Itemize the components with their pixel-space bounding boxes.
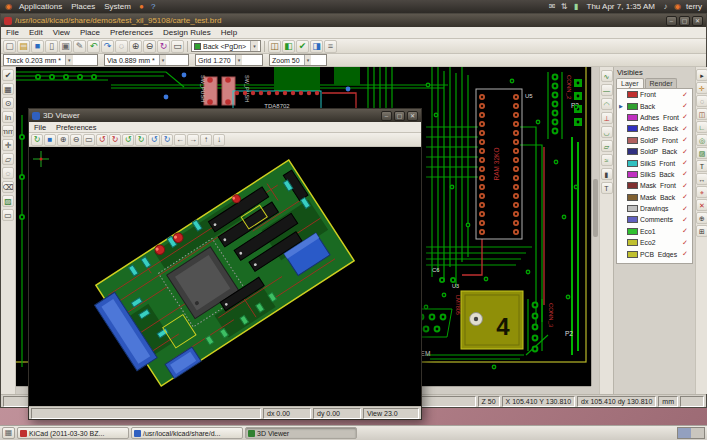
menu-item[interactable]: View — [48, 28, 75, 37]
zoom-out-icon[interactable]: ⊖ — [70, 134, 82, 146]
layer-color-swatch[interactable] — [627, 103, 638, 110]
zoom-in-icon[interactable]: ⊕ — [129, 40, 142, 53]
label-conn3[interactable]: CONN_3 — [548, 303, 554, 328]
panel-menu[interactable]: Applications — [15, 2, 66, 11]
plot-icon[interactable]: ✎ — [73, 40, 86, 53]
layer-row[interactable]: Drawings ✓ — [617, 203, 692, 214]
workspace-1[interactable] — [678, 428, 691, 438]
label-sw-push-1[interactable]: SW_PUSH — [200, 75, 206, 102]
label-regulator[interactable]: LM7805 — [455, 295, 461, 315]
network-icon[interactable]: ⇅ — [559, 0, 570, 13]
zone-display-icon[interactable]: ▨ — [2, 195, 14, 207]
session-user[interactable]: terry — [684, 2, 704, 11]
via-size-combo[interactable]: Via 0.889 mm * ▾ — [104, 54, 189, 66]
layer-visibility-checkbox[interactable]: ✓ — [682, 250, 690, 258]
layer-visibility-checkbox[interactable]: ✓ — [682, 148, 690, 156]
layer-color-swatch[interactable] — [627, 91, 638, 98]
highlight-net-icon[interactable]: ✛ — [696, 82, 707, 94]
footprint-editor-icon[interactable]: ◫ — [268, 40, 281, 53]
label-sw-push-2[interactable]: SW_PUSH — [244, 75, 250, 102]
rotate-z-right-icon[interactable]: ↻ — [161, 134, 173, 146]
close-button[interactable]: ✕ — [407, 111, 418, 121]
layer-pair-icon[interactable]: ◧ — [282, 40, 295, 53]
vscroll-thumb[interactable] — [593, 179, 598, 237]
layer-color-swatch[interactable] — [627, 228, 638, 235]
new-board-icon[interactable]: ▢ — [3, 40, 16, 53]
layer-color-swatch[interactable] — [627, 216, 638, 223]
menu-item[interactable]: Place — [75, 28, 105, 37]
mw-arc-icon[interactable]: ◡ — [601, 126, 613, 138]
distro-menu-icon[interactable]: ◉ — [3, 0, 14, 13]
layer-visibility-checkbox[interactable]: ✓ — [682, 125, 690, 133]
show-ratsnest-icon[interactable]: ◌ — [696, 95, 707, 107]
maximize-button[interactable]: ▢ — [679, 16, 690, 26]
tab-layer[interactable]: Layer — [616, 78, 644, 88]
polar-coords-icon[interactable]: ⊙ — [2, 97, 14, 109]
mail-icon[interactable]: ✉ — [547, 0, 558, 13]
firefox-icon[interactable]: ● — [136, 0, 147, 13]
battery-icon[interactable]: ▮ — [571, 0, 582, 13]
move-right-icon[interactable]: → — [187, 134, 199, 146]
mw-line-icon[interactable]: — — [601, 84, 613, 96]
layer-row[interactable]: ▶ Back ✓ — [617, 100, 692, 111]
menu-item[interactable]: Edit — [24, 28, 48, 37]
layer-color-swatch[interactable] — [627, 171, 638, 178]
zoom-combo[interactable]: Zoom 50 ▾ — [269, 54, 327, 66]
layer-row[interactable]: Front ✓ — [617, 89, 692, 100]
move-left-icon[interactable]: ← — [174, 134, 186, 146]
mw-poly-icon[interactable]: ▱ — [601, 140, 613, 152]
layer-color-swatch[interactable] — [627, 125, 638, 132]
layer-color-swatch[interactable] — [627, 160, 638, 167]
drc-check-icon[interactable]: ✔ — [296, 40, 309, 53]
rotate-y-right-icon[interactable]: ↻ — [135, 134, 147, 146]
layer-row[interactable]: Mask_Back ✓ — [617, 192, 692, 203]
select-tool-icon[interactable]: ▸ — [696, 69, 707, 81]
move-down-icon[interactable]: ↓ — [213, 134, 225, 146]
zoom-in-icon[interactable]: ⊕ — [57, 134, 69, 146]
mw-gap-icon[interactable]: ◠ — [601, 98, 613, 110]
layer-row[interactable]: Adhes_Front ✓ — [617, 112, 692, 123]
layer-visibility-checkbox[interactable]: ✓ — [682, 239, 690, 247]
layer-visibility-checkbox[interactable]: ✓ — [682, 113, 690, 121]
zoom-redraw-icon[interactable]: ↻ — [157, 40, 170, 53]
print-icon[interactable]: ▣ — [59, 40, 72, 53]
panel-menu[interactable]: Places — [67, 2, 99, 11]
viewer3d-canvas[interactable] — [29, 147, 421, 406]
layer-visibility-checkbox[interactable]: ✓ — [682, 193, 690, 201]
menu-item[interactable]: File — [1, 28, 24, 37]
minimize-button[interactable]: – — [666, 16, 677, 26]
autodel-track-icon[interactable]: ⌫ — [2, 181, 14, 193]
layer-color-swatch[interactable] — [627, 251, 638, 258]
mw-text-icon[interactable]: T — [601, 182, 613, 194]
move-up-icon[interactable]: ↑ — [200, 134, 212, 146]
add-zone-icon[interactable]: ▨ — [696, 147, 707, 159]
taskbar-window-button[interactable]: 3D Viewer — [245, 427, 357, 439]
layer-row[interactable]: Eco2 ✓ — [617, 237, 692, 248]
mw-self-icon[interactable]: ∿ — [601, 70, 613, 82]
cursor-shape-icon[interactable]: ✛ — [2, 139, 14, 151]
label-c6[interactable]: C6 — [432, 267, 440, 273]
mw-pad-icon[interactable]: ▮ — [601, 168, 613, 180]
save-image-icon[interactable]: ■ — [44, 134, 56, 146]
page-settings-icon[interactable]: ▯ — [45, 40, 58, 53]
label-ram[interactable]: RAM 32KO — [493, 148, 500, 181]
taskbar-window-button[interactable]: /usr/local/kicad/share/d... — [131, 427, 243, 439]
layer-row[interactable]: SoldP_Front ✓ — [617, 135, 692, 146]
layer-visibility-checkbox[interactable]: ✓ — [682, 170, 690, 178]
add-text-icon[interactable]: T — [696, 160, 707, 172]
menu-item[interactable]: Design Rules — [158, 28, 216, 37]
layer-select-combo[interactable]: Back <PgDn> ▾ — [191, 40, 261, 52]
label-p2[interactable]: P2 — [565, 330, 573, 337]
redo-icon[interactable]: ↷ — [101, 40, 114, 53]
save-board-icon[interactable]: ■ — [31, 40, 44, 53]
workspace-2[interactable] — [691, 428, 704, 438]
session-power-icon[interactable]: ◉ — [672, 0, 683, 13]
layer-color-swatch[interactable] — [627, 239, 638, 246]
module-ratsnest-icon[interactable]: ◌ — [2, 167, 14, 179]
outline-mode-icon[interactable]: ▭ — [2, 209, 14, 221]
layer-visibility-checkbox[interactable]: ✓ — [682, 182, 690, 190]
label-conn2[interactable]: CONN_2 — [566, 75, 572, 100]
add-target-icon[interactable]: ⌖ — [696, 186, 707, 198]
close-button[interactable]: ✕ — [692, 16, 703, 26]
zoom-fit-icon[interactable]: ▭ — [171, 40, 184, 53]
